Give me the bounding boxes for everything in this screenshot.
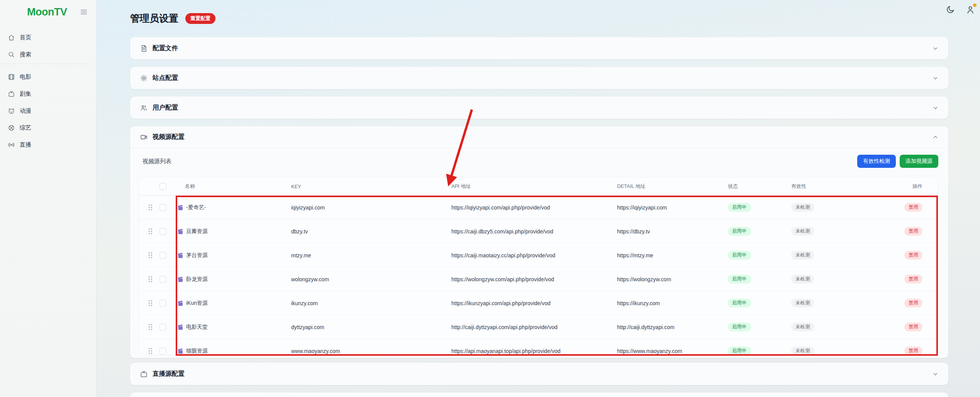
section-video-source-header[interactable]: 视频源配置 bbox=[130, 126, 948, 148]
row-checkbox[interactable] bbox=[159, 300, 166, 307]
chevron-down-icon[interactable] bbox=[933, 75, 938, 81]
section-site-config-header[interactable]: 站点配置 bbox=[130, 67, 948, 89]
disable-button[interactable]: 禁用 bbox=[904, 323, 922, 331]
chevron-down-icon[interactable] bbox=[933, 105, 938, 111]
section-live-source-header[interactable]: 直播源配置 bbox=[130, 363, 948, 385]
drag-handle-icon[interactable] bbox=[149, 300, 152, 306]
tv-icon bbox=[140, 370, 148, 378]
disable-button[interactable]: 禁用 bbox=[904, 227, 922, 236]
row-checkbox[interactable] bbox=[159, 276, 166, 283]
sidebar-item-movies[interactable]: 电影 bbox=[0, 68, 92, 85]
status-badge: 启用中 bbox=[728, 251, 751, 260]
source-name: 猫眼资源 bbox=[186, 348, 208, 355]
sidebar-item-home[interactable]: 首页 bbox=[0, 29, 92, 46]
clapperboard-icon bbox=[177, 300, 183, 306]
select-all-checkbox[interactable] bbox=[159, 183, 166, 190]
clapperboard-icon bbox=[177, 276, 183, 282]
disable-button[interactable]: 禁用 bbox=[904, 346, 922, 355]
drag-handle-icon[interactable] bbox=[149, 204, 152, 210]
column-header-validity: 有效性 bbox=[791, 183, 892, 190]
main-content: 管理员设置 重置配置 配置文件 站点配置 用户配置 视频源配置 bbox=[97, 0, 980, 397]
video-source-list-label: 视频源列表 bbox=[142, 158, 171, 165]
table-row: -爱奇艺- iqiyizyapi.com https://iqiyizyapi.… bbox=[139, 196, 938, 220]
status-badge: 启用中 bbox=[728, 275, 751, 284]
drag-handle-icon[interactable] bbox=[149, 228, 152, 234]
table-row: 猫眼资源 www.maoyanzy.com https://api.maoyan… bbox=[139, 339, 938, 355]
theme-toggle-button[interactable] bbox=[945, 5, 955, 15]
notification-dot bbox=[973, 3, 977, 7]
source-detail-url: https://mtzy.me bbox=[617, 252, 728, 258]
disable-button[interactable]: 禁用 bbox=[904, 275, 922, 284]
chevron-up-icon[interactable] bbox=[933, 134, 938, 140]
sidebar-item-label: 搜索 bbox=[20, 51, 31, 58]
column-header-name: 名称 bbox=[177, 183, 291, 190]
source-name: 电影天堂 bbox=[186, 324, 208, 331]
sidebar-item-live[interactable]: 直播 bbox=[0, 136, 92, 153]
validity-badge: 未检测 bbox=[791, 323, 814, 331]
clapperboard-icon bbox=[177, 228, 183, 235]
drag-handle-icon[interactable] bbox=[149, 348, 152, 354]
table-header-row: 名称 KEY API 地址 DETAIL 地址 状态 有效性 操作 bbox=[139, 177, 938, 196]
row-checkbox[interactable] bbox=[159, 204, 166, 211]
column-header-api: API 地址 bbox=[451, 183, 617, 190]
file-icon bbox=[140, 45, 148, 52]
section-video-source-config: 视频源配置 视频源列表 有效性检测 添加视频源 名称 KEY API 地址 DE… bbox=[130, 126, 948, 358]
sidebar-item-label: 综艺 bbox=[20, 124, 31, 132]
sidebar-item-label: 剧集 bbox=[20, 90, 31, 98]
sidebar-collapse-icon[interactable] bbox=[79, 8, 88, 16]
row-checkbox[interactable] bbox=[159, 228, 166, 235]
source-key: ikunzy.com bbox=[291, 300, 451, 306]
app-logo[interactable]: MoonTV bbox=[27, 6, 67, 18]
table-row: 茅台资源 mtzy.me https://caiji.maotaizy.cc/a… bbox=[139, 243, 938, 267]
column-header-status: 状态 bbox=[728, 183, 791, 190]
clapperboard-icon bbox=[177, 204, 183, 211]
drag-handle-icon[interactable] bbox=[149, 324, 152, 330]
source-detail-url: https://dbzy.tv bbox=[617, 228, 728, 235]
section-live-source-config: 直播源配置 bbox=[130, 363, 948, 385]
section-site-config: 站点配置 bbox=[130, 67, 948, 89]
validity-badge: 未检测 bbox=[791, 299, 814, 307]
status-badge: 启用中 bbox=[728, 227, 751, 236]
section-user-config-header[interactable]: 用户配置 bbox=[130, 96, 948, 119]
chevron-down-icon[interactable] bbox=[933, 371, 938, 377]
search-icon bbox=[8, 51, 15, 58]
table-row: 电影天堂 dyttzyapi.com http://caiji.dyttzyap… bbox=[139, 315, 938, 339]
source-api-url: http://caiji.dyttzyapi.com/api.php/provi… bbox=[451, 324, 617, 330]
section-partial-card bbox=[130, 392, 948, 397]
sidebar-item-search[interactable]: 搜索 bbox=[0, 46, 92, 63]
validity-badge: 未检测 bbox=[791, 275, 814, 284]
drag-handle-icon[interactable] bbox=[149, 276, 152, 282]
sidebar-item-variety[interactable]: 综艺 bbox=[0, 119, 92, 136]
section-user-config: 用户配置 bbox=[130, 96, 948, 119]
table-row: 卧龙资源 wolongzyw.com https://wolongzyw.com… bbox=[139, 267, 938, 291]
gear-icon bbox=[140, 74, 148, 82]
source-key: mtzy.me bbox=[291, 252, 451, 258]
validity-check-button[interactable]: 有效性检测 bbox=[857, 155, 896, 168]
row-checkbox[interactable] bbox=[159, 252, 166, 259]
source-api-url: https://iqiyizyapi.com/api.php/provide/v… bbox=[451, 204, 617, 211]
sidebar-item-series[interactable]: 剧集 bbox=[0, 85, 92, 102]
user-menu-button[interactable] bbox=[965, 5, 975, 15]
source-detail-url: https://wolongzyw.com bbox=[617, 276, 728, 282]
validity-badge: 未检测 bbox=[791, 203, 814, 212]
section-config-file-header[interactable]: 配置文件 bbox=[130, 37, 948, 59]
film-icon bbox=[8, 74, 15, 80]
cat-icon bbox=[8, 108, 15, 114]
source-api-url: https://ikunzyapi.com/api.php/provide/vo… bbox=[451, 300, 617, 306]
chevron-down-icon[interactable] bbox=[933, 46, 938, 51]
disable-button[interactable]: 禁用 bbox=[904, 299, 922, 307]
reset-config-button[interactable]: 重置配置 bbox=[185, 13, 215, 24]
drag-handle-icon[interactable] bbox=[149, 252, 152, 258]
disable-button[interactable]: 禁用 bbox=[904, 251, 922, 260]
source-api-url: https://wolongzyw.com/api.php/provide/vo… bbox=[451, 276, 617, 282]
sidebar-item-label: 首页 bbox=[20, 34, 31, 41]
sidebar-item-anime[interactable]: 动漫 bbox=[0, 102, 92, 119]
source-name: iKun资源 bbox=[186, 300, 208, 307]
source-name: -爱奇艺- bbox=[186, 204, 206, 211]
disable-button[interactable]: 禁用 bbox=[904, 203, 922, 212]
sidebar-item-label: 电影 bbox=[20, 73, 31, 81]
row-checkbox[interactable] bbox=[159, 348, 166, 355]
section-config-file: 配置文件 bbox=[130, 37, 948, 59]
row-checkbox[interactable] bbox=[159, 324, 166, 331]
add-video-source-button[interactable]: 添加视频源 bbox=[900, 155, 938, 168]
